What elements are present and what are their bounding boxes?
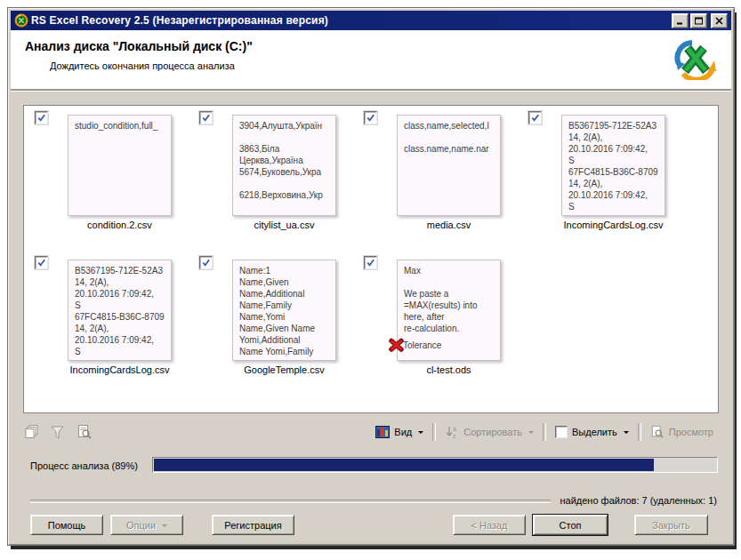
options-button-label: Опции: [126, 520, 156, 531]
back-button-label: < Назад: [471, 520, 508, 531]
file-name: media.csv: [371, 220, 527, 230]
empty-cell: [518, 254, 682, 396]
file-preview-text: B5367195-712E-52A3 14, 2(A), 20.10.2016 …: [562, 116, 664, 212]
check-icon: [530, 113, 540, 123]
file-name: condition.2.csv: [42, 220, 197, 230]
file-checkbox[interactable]: [364, 111, 377, 124]
preview-button-label: Просмотр: [669, 427, 713, 437]
page-title: Анализ диска "Локальный диск (C:)": [25, 39, 253, 53]
options-button[interactable]: Опции: [110, 515, 183, 535]
deleted-file-footer: Tolerance: [389, 338, 441, 352]
maximize-button[interactable]: [690, 13, 707, 28]
copy-stack-icon[interactable]: [23, 424, 39, 440]
excel-recovery-logo-icon: [674, 39, 717, 80]
select-button[interactable]: Выделить: [552, 424, 632, 440]
close-button[interactable]: [711, 13, 728, 28]
toolbar-separator: [543, 423, 546, 441]
files-panel: studio_condition,full_ condition.2.csv 3…: [23, 105, 719, 413]
file-name: IncomingCardsLog.csv: [42, 364, 197, 375]
file-checkbox[interactable]: [364, 256, 377, 269]
view-button-label: Вид: [394, 427, 412, 437]
file-item: B5367195-712E-52A3 14, 2(A), 20.10.2016 …: [518, 109, 682, 252]
toolbar-separator: [638, 423, 641, 441]
file-card[interactable]: 3904,Алушта,Україн 3863,Біла Церква,Укра…: [232, 115, 336, 216]
select-button-label: Выделить: [572, 427, 617, 437]
file-preview-text: Name:1 Name,Given Name,Additional Name,F…: [233, 260, 335, 357]
check-icon: [201, 258, 211, 268]
file-card[interactable]: class,name,selected,l class.name,name.na…: [397, 115, 501, 216]
file-checkbox[interactable]: [199, 111, 213, 124]
check-icon: [36, 258, 46, 268]
preview-search-icon[interactable]: [77, 424, 93, 440]
file-item: B5367195-712E-52A3 14, 2(A), 20.10.2016 …: [24, 254, 189, 396]
file-item: Max We paste a =MAX(results) into here, …: [353, 254, 518, 396]
file-checkbox[interactable]: [35, 256, 48, 269]
file-item: 3904,Алушта,Україн 3863,Біла Церква,Укра…: [189, 109, 353, 252]
help-button[interactable]: Помощь: [30, 515, 103, 535]
check-icon: [366, 258, 375, 268]
minimize-icon: [675, 17, 685, 25]
stop-button-label: Стоп: [560, 520, 582, 531]
file-preview-text: Max We paste a =MAX(results) into here, …: [398, 260, 500, 334]
file-checkbox[interactable]: [35, 111, 48, 124]
close-dialog-button[interactable]: Закрыть: [634, 515, 708, 535]
file-item: class,name,selected,l class.name,name.na…: [353, 109, 518, 252]
file-item: studio_condition,full_ condition.2.csv: [24, 109, 189, 252]
header-panel: Анализ диска "Локальный диск (C:)" Дожди…: [11, 30, 731, 91]
file-preview-text: 3904,Алушта,Україн 3863,Біла Церква,Укра…: [233, 116, 335, 201]
progress-fill: [154, 459, 654, 471]
close-icon: [714, 17, 724, 25]
file-preview-text: B5367195-712E-52A3 14, 2(A), 20.10.2016 …: [68, 260, 171, 357]
deleted-footer-label: Tolerance: [403, 340, 441, 350]
file-checkbox[interactable]: [199, 256, 213, 269]
divider: [30, 500, 551, 503]
file-preview-text: class,name,selected,l class.name,name.na…: [398, 116, 500, 155]
check-icon: [366, 113, 375, 123]
file-preview-text: studio_condition,full_: [68, 116, 171, 132]
file-name: GoogleTemple.csv: [206, 364, 362, 375]
title-bar[interactable]: RS Excel Recovery 2.5 (Незарегистрирован…: [11, 11, 731, 30]
file-name: citylist_ua.csv: [206, 220, 362, 230]
app-window: RS Excel Recovery 2.5 (Незарегистрирован…: [7, 7, 735, 546]
filter-funnel-icon[interactable]: [50, 424, 66, 440]
close-dialog-button-label: Закрыть: [652, 520, 689, 531]
file-checkbox[interactable]: [528, 111, 542, 124]
file-card[interactable]: Name:1 Name,Given Name,Additional Name,F…: [232, 260, 336, 361]
register-button[interactable]: Регистрация: [212, 515, 294, 535]
view-button[interactable]: Вид: [372, 424, 427, 440]
file-card[interactable]: studio_condition,full_: [68, 115, 172, 216]
progress-bar: [152, 457, 718, 473]
register-button-label: Регистрация: [224, 520, 281, 531]
status-text: найдено файлов: 7 (удаленных: 1): [560, 495, 717, 506]
help-button-label: Помощь: [48, 520, 86, 531]
select-checkbox-icon: [555, 426, 568, 438]
chevron-down-icon: [624, 431, 629, 436]
back-button[interactable]: < Назад: [453, 515, 526, 535]
app-icon[interactable]: [14, 13, 28, 28]
preview-button[interactable]: Просмотр: [647, 423, 717, 441]
stop-button[interactable]: Стоп: [533, 515, 608, 535]
chevron-down-icon: [528, 431, 534, 436]
view-mode-icon: [375, 426, 390, 438]
sort-button[interactable]: a z Сортировать: [441, 423, 537, 441]
check-icon: [36, 113, 46, 123]
check-icon: [201, 113, 211, 123]
toolbar: Вид a z Сортировать Выделить: [23, 419, 717, 445]
minimize-button[interactable]: [672, 13, 689, 28]
file-card[interactable]: Max We paste a =MAX(results) into here, …: [397, 260, 501, 361]
sort-az-icon: a z: [445, 425, 459, 439]
window-title: RS Excel Recovery 2.5 (Незарегистрирован…: [31, 14, 328, 27]
file-card[interactable]: B5367195-712E-52A3 14, 2(A), 20.10.2016 …: [68, 260, 172, 361]
file-item: Name:1 Name,Given Name,Additional Name,F…: [189, 254, 353, 396]
progress-label: Процесс анализа (89%): [30, 460, 138, 471]
deleted-mark-icon: [389, 338, 404, 352]
file-card[interactable]: B5367195-712E-52A3 14, 2(A), 20.10.2016 …: [561, 115, 665, 216]
preview-magnifier-icon: [650, 425, 664, 439]
toolbar-separator: [432, 423, 436, 441]
page-subtitle: Дождитесь окончания процесса анализа: [50, 60, 235, 71]
chevron-down-icon: [418, 431, 423, 436]
svg-text:z: z: [453, 433, 456, 439]
file-name: cl-test.ods: [371, 364, 527, 375]
svg-text:a: a: [453, 426, 456, 432]
file-name: IncomingCardsLog.csv: [536, 220, 691, 230]
